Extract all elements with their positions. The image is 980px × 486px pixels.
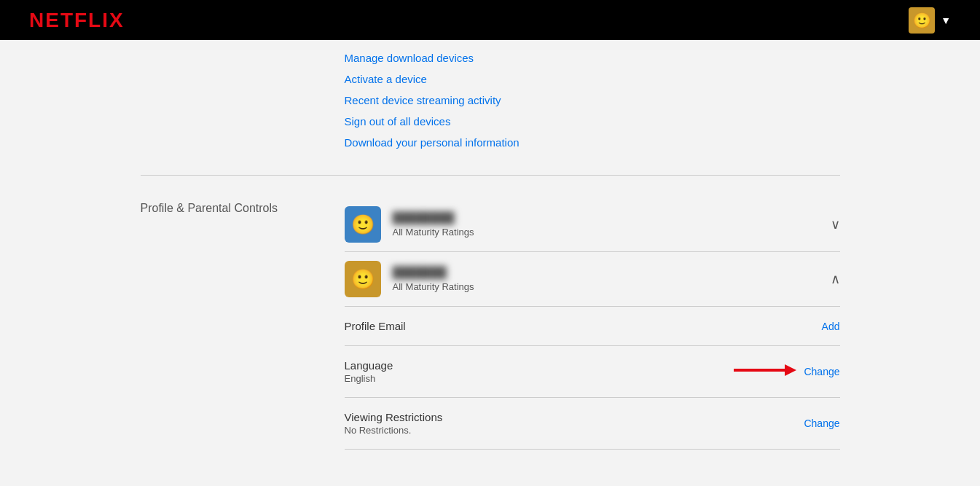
profile-name-1: ████████ [393,211,455,224]
profile-info-1: ████████ All Maturity Ratings [393,211,831,238]
header: NETFLIX 🙂 ▼ [0,0,980,40]
chevron-down-icon-1[interactable]: ∨ [831,216,840,232]
profile-email-row: Profile Email Add [345,307,840,346]
top-links: Manage download devices Activate a devic… [141,40,840,168]
profile-avatar-1: 🙂 [345,206,381,243]
chevron-up-icon-2[interactable]: ∧ [831,271,840,287]
profile-row-1: 🙂 ████████ All Maturity Ratings ∨ [345,197,840,252]
avatar[interactable]: 🙂 [909,7,935,34]
download-personal-link[interactable]: Download your personal information [345,132,840,153]
recent-streaming-link[interactable]: Recent device streaming activity [345,90,840,111]
profile-email-info: Profile Email [345,320,822,332]
viewing-restrictions-info: Viewing Restrictions No Restrictions. [345,411,804,436]
language-info: Language English [345,359,733,384]
profile-row-2: 🙂 ███████ All Maturity Ratings ∧ [345,252,840,307]
profile-email-add-link[interactable]: Add [822,321,840,332]
profile-expanded-details: Profile Email Add Language English [345,307,840,450]
viewing-restrictions-value: No Restrictions. [345,425,804,436]
main-content: Manage download devices Activate a devic… [126,40,855,464]
profile-smiley-2: 🙂 [351,268,375,291]
profile-parental-section: Profile & Parental Controls 🙂 ████████ A… [141,183,840,464]
section-divider [141,175,840,176]
profile-avatar-2: 🙂 [345,261,381,297]
profile-smiley-1: 🙂 [351,213,375,236]
language-title: Language [345,359,733,372]
language-change-link[interactable]: Change [804,366,839,377]
profile-info-2: ███████ All Maturity Ratings [393,266,831,292]
profile-rating-2: All Maturity Ratings [393,281,831,292]
header-right: 🙂 ▼ [909,7,951,34]
profiles-list: 🙂 ████████ All Maturity Ratings ∨ 🙂 ████… [345,197,840,450]
viewing-restrictions-title: Viewing Restrictions [345,411,804,423]
profile-email-title: Profile Email [345,320,822,332]
svg-marker-1 [785,364,796,376]
dropdown-arrow-icon[interactable]: ▼ [941,15,951,26]
language-row: Language English Change [345,346,840,398]
sign-out-all-link[interactable]: Sign out of all devices [345,111,840,132]
profile-rating-1: All Maturity Ratings [393,227,831,238]
activate-device-link[interactable]: Activate a device [345,68,840,90]
red-arrow-icon [732,360,798,383]
viewing-restrictions-change-link[interactable]: Change [804,418,839,429]
viewing-restrictions-row: Viewing Restrictions No Restrictions. Ch… [345,398,840,450]
netflix-logo: NETFLIX [29,9,125,32]
language-value: English [345,373,733,384]
avatar-emoji: 🙂 [913,12,931,29]
profile-name-2: ███████ [393,266,447,278]
manage-download-link[interactable]: Manage download devices [345,47,840,68]
section-label: Profile & Parental Controls [141,197,345,215]
language-change-container: Change [732,360,839,383]
